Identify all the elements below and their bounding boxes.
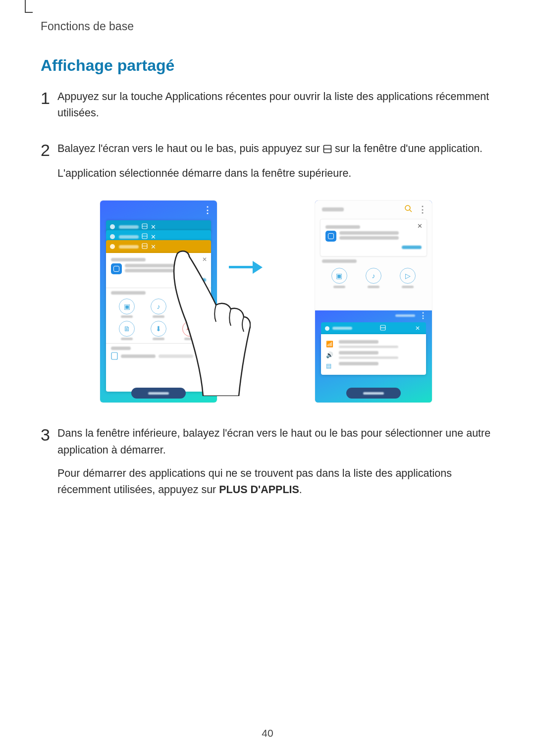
audio-icon: ♪: [151, 299, 166, 314]
page-tab-marker: [25, 0, 33, 13]
step-2-line-2: L'application sélectionnée démarre dans …: [57, 165, 482, 182]
close-icon: ✕: [202, 256, 207, 263]
video-icon: ▷: [400, 268, 416, 284]
split-window-icon: [323, 142, 332, 158]
step-3-line-1: Dans la fenêtre inférieure, balayez l'éc…: [57, 425, 496, 458]
device-icon: [111, 352, 118, 360]
step-number: 2: [41, 141, 57, 158]
close-icon: ✕: [151, 223, 156, 231]
connections-icon: 📶: [326, 341, 334, 347]
split-icon: [142, 233, 148, 241]
step-1-text: Appuyez sur la touche Applications récen…: [57, 89, 496, 122]
images-icon: ▣: [119, 299, 135, 314]
section-header: Fonctions de base: [41, 20, 134, 33]
svg-line-10: [410, 210, 412, 212]
screen-recent-apps: ⋮ ✕ ✕: [100, 201, 217, 403]
arrow-icon: [229, 261, 265, 274]
page-number: 40: [262, 727, 273, 739]
close-icon: ✕: [151, 243, 156, 251]
more-icon: ⋮: [418, 204, 427, 215]
split-icon: [380, 325, 386, 332]
step-number: 1: [41, 89, 57, 106]
search-icon: [404, 204, 412, 214]
notifications-icon: ▤: [326, 363, 334, 369]
top-pane: ⋮ ✕ ▣: [315, 201, 432, 310]
page-title: Affichage partagé: [41, 56, 496, 75]
app-card-body: ✕ ▣ ♪ ▷: [106, 253, 211, 392]
app-card-header: ✕: [321, 322, 426, 334]
secure-folder-icon: [111, 263, 122, 274]
close-all-button: [346, 388, 401, 399]
screen-split-view: ⋮ ✕ ▣: [315, 201, 432, 403]
split-icon: [142, 243, 148, 251]
svg-rect-8: [111, 353, 117, 359]
sound-icon: 🔊: [326, 352, 334, 358]
secure-folder-icon: [325, 231, 336, 242]
documents-icon: 🗎: [119, 321, 135, 337]
more-icon: ⋮: [203, 204, 212, 215]
step-number: 3: [41, 425, 57, 443]
step-1: 1 Appuyez sur la touche Applications réc…: [41, 89, 496, 129]
apk-icon: APK: [182, 321, 198, 337]
more-apps-label: PLUS D'APPLIS: [219, 484, 299, 496]
step-2-line-1: Balayez l'écran vers le haut ou le bas, …: [57, 141, 482, 158]
downloads-icon: ⬇: [151, 321, 166, 337]
step-3-line-2: Pour démarrer des applications qui ne se…: [57, 465, 496, 499]
page-content: Affichage partagé 1 Appuyez sur la touch…: [41, 50, 496, 517]
audio-icon: ♪: [366, 268, 381, 284]
close-icon: ✕: [417, 222, 423, 230]
svg-point-9: [405, 205, 410, 210]
video-icon: ▷: [182, 299, 198, 314]
illustration: ⋮ ✕ ✕: [100, 201, 432, 408]
close-icon: ✕: [415, 325, 420, 332]
close-icon: ✕: [151, 233, 156, 241]
step-3: 3 Dans la fenêtre inférieure, balayez l'…: [41, 425, 496, 505]
step-2: 2 Balayez l'écran vers le haut ou le bas…: [41, 141, 496, 189]
images-icon: ▣: [331, 268, 347, 284]
more-icon: ⋮: [419, 311, 427, 320]
close-all-button: [131, 388, 186, 399]
app-card-header-3: ✕: [106, 240, 211, 253]
split-icon: [142, 223, 148, 231]
